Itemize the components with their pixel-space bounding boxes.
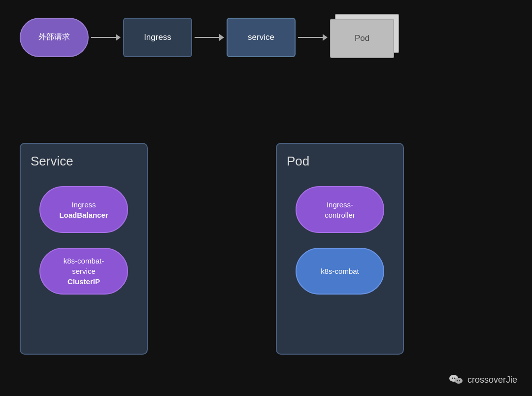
pod-box: Pod Ingress- controller k8s-combat xyxy=(276,143,404,355)
svg-point-1 xyxy=(452,378,453,379)
pod-pill-ingress-controller-line1: Ingress- xyxy=(327,199,353,210)
svg-point-2 xyxy=(454,378,455,379)
pod-pill-k8s-combat-label: k8s-combat xyxy=(321,266,359,276)
svg-point-3 xyxy=(455,378,463,384)
pod-pill-ingress-controller: Ingress- controller xyxy=(296,186,384,233)
service-pill-clusterip-line1: k8s-combat- xyxy=(64,256,104,266)
pod-pill-k8s-combat: k8s-combat xyxy=(296,248,384,295)
wechat-icon xyxy=(449,372,464,387)
bottom-section: Service Ingress LoadBalancer k8s-combat-… xyxy=(20,143,404,355)
service-pill-ingress-lb-line2: LoadBalancer xyxy=(59,210,108,220)
pod-card-label: Pod xyxy=(355,33,369,43)
svg-point-4 xyxy=(457,380,458,382)
pod-box-title: Pod xyxy=(287,154,309,169)
service-box-title: Service xyxy=(31,154,73,169)
flow-diagram: 外部请求 Ingress service Pod xyxy=(20,14,399,61)
service-pill-ingress-lb: Ingress LoadBalancer xyxy=(39,186,128,233)
flow-node-service-label: service xyxy=(248,33,274,42)
flow-node-ingress: Ingress xyxy=(123,18,192,57)
watermark: crossoverJie xyxy=(449,372,517,387)
flow-node-ingress-label: Ingress xyxy=(144,33,171,42)
flow-node-service: service xyxy=(227,18,296,57)
service-pill-clusterip: k8s-combat- service ClusterIP xyxy=(39,248,128,295)
watermark-text: crossoverJie xyxy=(467,375,517,385)
pod-pill-ingress-controller-line2: controller xyxy=(325,210,355,220)
service-pill-ingress-lb-line1: Ingress xyxy=(71,199,96,210)
service-pill-clusterip-line3: ClusterIP xyxy=(67,276,100,287)
service-pill-clusterip-line2: service xyxy=(72,266,96,276)
service-box: Service Ingress LoadBalancer k8s-combat-… xyxy=(20,143,148,355)
flow-node-external: 外部请求 xyxy=(20,18,89,57)
flow-node-external-label: 外部请求 xyxy=(38,32,70,42)
svg-point-5 xyxy=(459,380,461,382)
flow-node-pod: Pod xyxy=(330,14,399,61)
pod-card-front: Pod xyxy=(330,19,394,58)
